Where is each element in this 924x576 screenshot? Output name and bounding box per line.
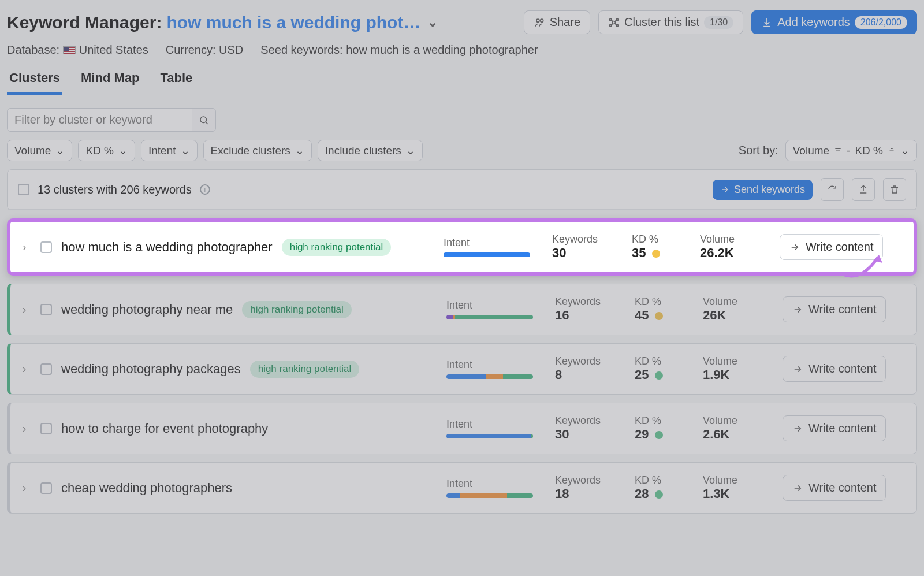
refresh-button[interactable] <box>821 178 844 201</box>
kd-label: KD % <box>635 415 692 427</box>
row-checkbox[interactable] <box>40 363 52 375</box>
filter-input[interactable] <box>7 108 192 132</box>
filter-intent[interactable]: Intent⌄ <box>141 140 198 161</box>
list-name[interactable]: how much is a wedding phot… <box>166 13 420 32</box>
chevron-down-icon: ⌄ <box>406 144 415 157</box>
chevron-down-icon[interactable]: ⌄ <box>427 15 438 30</box>
keywords-value: 18 <box>555 486 624 501</box>
export-button[interactable] <box>852 178 875 201</box>
write-content-button[interactable]: Write content <box>783 475 886 501</box>
chevron-down-icon: ⌄ <box>900 144 910 157</box>
share-icon <box>534 17 545 28</box>
arrow-right-icon <box>792 423 803 434</box>
currency-value: USD <box>219 43 243 56</box>
cluster-name[interactable]: how much is a wedding photographer <box>61 240 273 255</box>
add-keywords-count: 206/2,000 <box>855 16 907 29</box>
row-checkbox[interactable] <box>40 241 52 253</box>
sort-desc-icon <box>834 147 842 155</box>
sort-asc-icon <box>888 147 896 155</box>
cluster-row: › how to charge for event photography In… <box>7 403 917 454</box>
share-button[interactable]: Share <box>524 10 590 34</box>
add-keywords-button[interactable]: Add keywords 206/2,000 <box>751 10 917 34</box>
filter-include[interactable]: Include clusters⌄ <box>318 140 423 161</box>
write-content-button[interactable]: Write content <box>783 415 886 441</box>
svg-point-5 <box>610 24 612 26</box>
info-icon[interactable]: i <box>200 184 210 195</box>
filter-bar: Volume⌄ KD %⌄ Intent⌄ Exclude clusters⌄ … <box>7 140 917 161</box>
tabs: Clusters Mind Map Table <box>7 67 917 95</box>
cluster-row: › cheap wedding photographers Intent Key… <box>7 462 917 514</box>
cluster-row: › wedding photography near me high ranki… <box>7 284 917 335</box>
summary-text: 13 clusters with 206 keywords <box>38 183 192 196</box>
select-all-checkbox[interactable] <box>18 184 29 195</box>
intent-label: Intent <box>444 237 542 249</box>
write-content-button[interactable]: Write content <box>783 356 886 382</box>
svg-point-6 <box>616 24 618 26</box>
ranking-badge: high ranking potential <box>242 301 352 318</box>
cluster-row: › wedding photography packages high rank… <box>7 343 917 395</box>
row-checkbox[interactable] <box>40 482 52 494</box>
tab-clusters[interactable]: Clusters <box>7 67 62 95</box>
send-keywords-button[interactable]: Send keywords <box>713 180 813 200</box>
sort-label: Sort by: <box>739 144 778 157</box>
expand-toggle[interactable]: › <box>17 481 31 495</box>
expand-toggle[interactable]: › <box>17 422 31 435</box>
volume-label: Volume <box>703 296 772 308</box>
kd-label: KD % <box>635 474 692 486</box>
volume-label: Volume <box>703 415 772 427</box>
filter-volume[interactable]: Volume⌄ <box>7 140 72 161</box>
cluster-list-button[interactable]: Cluster this list 1/30 <box>598 10 743 34</box>
tab-table[interactable]: Table <box>158 67 195 95</box>
page-title: Keyword Manager: how much is a wedding p… <box>7 13 438 32</box>
currency-label: Currency: <box>166 43 216 56</box>
keywords-label: Keywords <box>555 355 624 367</box>
expand-toggle[interactable]: › <box>17 240 31 254</box>
cluster-count-pill: 1/30 <box>704 16 733 29</box>
db-label: Database: <box>7 43 59 56</box>
cluster-name[interactable]: wedding photography packages <box>61 362 241 377</box>
send-icon <box>720 185 729 194</box>
intent-bar <box>444 252 530 257</box>
filter-kd[interactable]: KD %⌄ <box>78 140 135 161</box>
delete-button[interactable] <box>883 178 906 201</box>
cluster-name[interactable]: how to charge for event photography <box>61 421 268 436</box>
tab-mindmap[interactable]: Mind Map <box>79 67 141 95</box>
volume-value: 26.2K <box>700 246 769 261</box>
expand-toggle[interactable]: › <box>17 303 31 316</box>
kd-value: 45 <box>635 308 692 323</box>
svg-point-4 <box>616 18 618 20</box>
search-bar <box>7 108 917 132</box>
svg-point-0 <box>536 19 539 22</box>
page-header: Keyword Manager: how much is a wedding p… <box>7 7 917 40</box>
kd-label: KD % <box>632 233 690 246</box>
arrow-right-icon <box>792 483 803 493</box>
ranking-badge: high ranking potential <box>250 361 360 378</box>
keywords-label: Keywords <box>555 474 624 486</box>
arrow-right-icon <box>792 364 803 374</box>
search-button[interactable] <box>192 108 216 132</box>
cluster-name[interactable]: cheap wedding photographers <box>61 481 232 496</box>
expand-toggle[interactable]: › <box>17 362 31 376</box>
intent-bar <box>446 434 533 438</box>
volume-label: Volume <box>703 355 772 367</box>
row-checkbox[interactable] <box>40 423 52 434</box>
kd-dot-icon <box>655 490 663 499</box>
filter-exclude[interactable]: Exclude clusters⌄ <box>203 140 312 161</box>
meta-bar: Database: United States Currency: USD Se… <box>7 40 917 67</box>
cluster-row: › how much is a wedding photographer hig… <box>7 218 917 276</box>
row-checkbox[interactable] <box>40 304 52 315</box>
seed-label: Seed keywords: <box>260 43 342 56</box>
ranking-badge: high ranking potential <box>282 239 392 256</box>
volume-label: Volume <box>700 233 769 246</box>
volume-label: Volume <box>703 474 772 486</box>
write-content-button[interactable]: Write content <box>783 296 886 322</box>
sort-control[interactable]: Volume - KD % ⌄ <box>785 140 917 161</box>
add-keywords-label: Add keywords <box>777 16 850 29</box>
chevron-down-icon: ⌄ <box>118 144 128 157</box>
export-icon <box>858 184 869 195</box>
kd-label: KD % <box>635 355 692 367</box>
intent-label: Intent <box>446 418 545 430</box>
cluster-name[interactable]: wedding photography near me <box>61 302 233 317</box>
keywords-label: Keywords <box>552 233 621 246</box>
keywords-value: 30 <box>552 246 621 261</box>
